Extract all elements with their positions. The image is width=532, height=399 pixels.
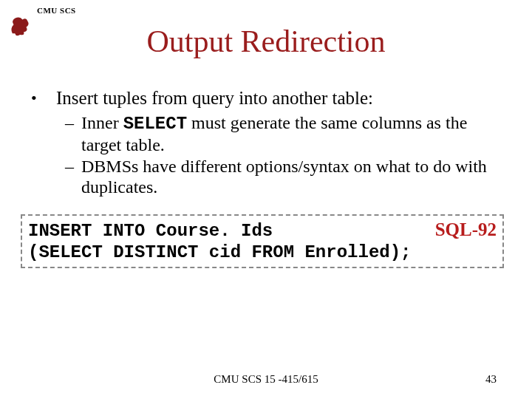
code-line-2: (SELECT DISTINCT cid FROM Enrolled); [28,242,497,263]
footer-course: CMU SCS 15 -415/615 [0,373,532,386]
code-line-1-row: INSERT INTO Course. Ids SQL-92 [28,219,497,242]
sub-bullet-2-text: DBMSs have different options/syntax on w… [81,156,501,198]
dash-icon: – [65,156,81,198]
sub-bullet-1-text: Inner SELECT must generate the same colu… [81,112,501,156]
footer-page-number: 43 [485,373,497,386]
sub-bullets: – Inner SELECT must generate the same co… [65,112,501,197]
bullet-text: Insert tuples from query into another ta… [56,87,501,109]
sub-bullet-1: – Inner SELECT must generate the same co… [65,112,501,156]
code-line-1: INSERT INTO Course. Ids [28,220,273,242]
sub1-part-a: Inner [81,113,123,132]
dept-label: CMU SCS [37,6,76,15]
sub-bullet-2: – DBMSs have different options/syntax on… [65,156,501,198]
slide-body: • Insert tuples from query into another … [31,87,501,197]
bullet-dot: • [31,87,56,109]
dash-icon: – [65,112,81,156]
sql-code-box: INSERT INTO Course. Ids SQL-92 (SELECT D… [21,214,504,268]
slide-title: Output Redirection [0,24,532,59]
sub1-code: SELECT [123,114,187,134]
bullet-main: • Insert tuples from query into another … [31,87,501,109]
sql-standard-tag: SQL-92 [429,219,497,242]
